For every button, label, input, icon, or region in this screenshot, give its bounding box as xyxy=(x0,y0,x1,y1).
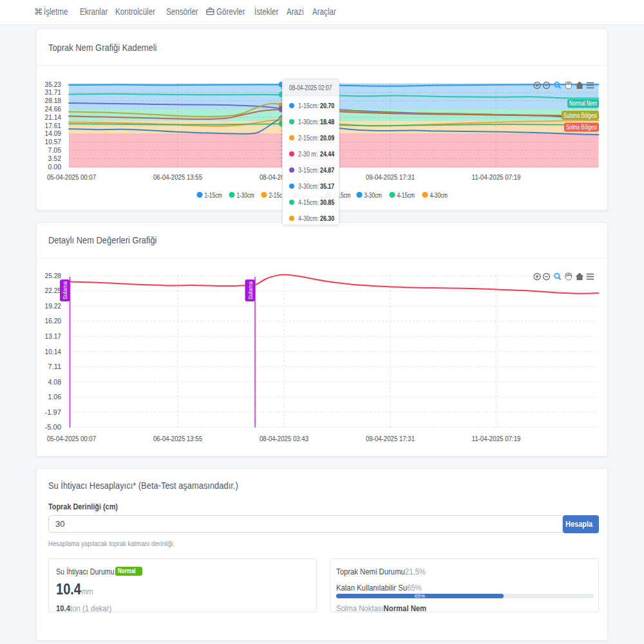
svg-text:28.18: 28.18 xyxy=(45,97,62,104)
svg-text:7.11: 7.11 xyxy=(48,363,62,370)
svg-text:7.05: 7.05 xyxy=(48,146,62,154)
svg-text:16.20: 16.20 xyxy=(45,317,62,325)
svg-text:11-04-2025 07:19: 11-04-2025 07:19 xyxy=(472,173,521,181)
svg-text:13.17: 13.17 xyxy=(45,332,62,340)
svg-text:24.66: 24.66 xyxy=(45,105,62,113)
svg-text:05-04-2025 00:07: 05-04-2025 00:07 xyxy=(47,435,96,442)
svg-text:31.71: 31.71 xyxy=(45,88,62,96)
svg-text:25.28: 25.28 xyxy=(45,272,62,279)
svg-text:1-15cm: 1-15cm xyxy=(205,191,223,199)
svg-text:Sulama: Sulama xyxy=(62,281,68,299)
svg-text:0.00: 0.00 xyxy=(48,163,62,171)
svg-text:3-30cm: 3-30cm xyxy=(365,191,383,199)
svg-text:-5.00: -5.00 xyxy=(45,423,62,431)
svg-text:21.14: 21.14 xyxy=(45,113,62,121)
svg-text:08-04-2025 03:43: 08-04-2025 03:43 xyxy=(260,435,308,442)
svg-text:06-04-2025 13:55: 06-04-2025 13:55 xyxy=(153,435,202,442)
svg-text:4-15cm: 4-15cm xyxy=(397,191,415,199)
svg-text:06-04-2025 13:55: 06-04-2025 13:55 xyxy=(153,173,202,181)
svg-text:Sulama: Sulama xyxy=(247,281,254,299)
svg-text:14.09: 14.09 xyxy=(45,129,62,137)
svg-text:09-04-2025 17:31: 09-04-2025 17:31 xyxy=(366,173,415,181)
svg-text:1-30cm: 1-30cm xyxy=(237,191,255,199)
svg-text:1.06: 1.06 xyxy=(48,393,62,401)
svg-text:11-04-2025 07:19: 11-04-2025 07:19 xyxy=(472,435,521,442)
svg-text:-1.97: -1.97 xyxy=(45,408,62,416)
svg-text:35.23: 35.23 xyxy=(45,80,62,88)
svg-text:4.08: 4.08 xyxy=(48,378,62,386)
svg-text:Normal Nem: Normal Nem xyxy=(569,100,597,107)
svg-text:3.52: 3.52 xyxy=(48,155,62,162)
svg-text:22.25: 22.25 xyxy=(45,287,62,294)
svg-text:09-04-2025 17:31: 09-04-2025 17:31 xyxy=(366,435,415,442)
svg-text:10.57: 10.57 xyxy=(45,138,62,146)
svg-text:Sulama Bölgesi: Sulama Bölgesi xyxy=(564,112,597,119)
svg-text:10.14: 10.14 xyxy=(45,348,62,355)
svg-text:19.22: 19.22 xyxy=(45,302,62,310)
svg-text:4-30cm: 4-30cm xyxy=(430,191,448,199)
svg-text:Solma Bölgesi: Solma Bölgesi xyxy=(566,124,597,131)
svg-text:17.61: 17.61 xyxy=(45,122,62,129)
svg-text:05-04-2025 00:07: 05-04-2025 00:07 xyxy=(47,173,96,181)
